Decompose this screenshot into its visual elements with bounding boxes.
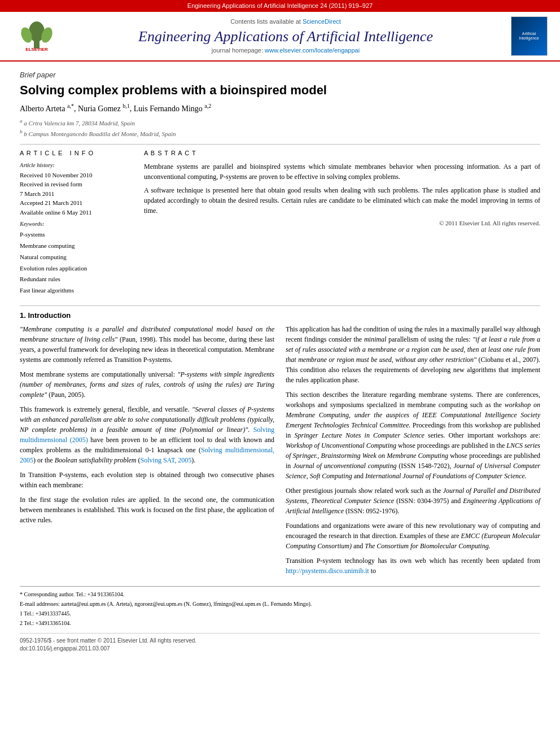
available-date: Available online 6 May 2011 [20, 208, 133, 217]
received-date: Received 10 November 2010 [20, 171, 133, 180]
history-label: Article history: [20, 161, 133, 169]
doi-line: doi:10.1016/j.engappai.2011.03.007 [20, 645, 110, 652]
article-title: Solving complex problems with a bioinspi… [20, 83, 540, 98]
journal-header-center: Contents lists available at ScienceDirec… [68, 18, 504, 55]
keywords-label: Keywords: [20, 220, 133, 228]
intro-p5: In the first stage the evolution rules a… [20, 495, 274, 525]
elsevier-logo-area: ELSEVIER [11, 19, 62, 53]
right-p4: Foundations and organizations were aware… [286, 521, 540, 551]
affiliation-b: b b Campus Montegancedo Boadilla del Mon… [20, 128, 540, 138]
journal-banner: Engineering Applications of Artificial I… [0, 0, 560, 12]
intro-p1: "Membrane computing is a parallel and di… [20, 324, 274, 365]
article-info-block: Article history: Received 10 November 20… [20, 161, 133, 296]
footnote-tel2: 2 Tel.: +34913365104. [20, 619, 540, 627]
abstract-col: A B S T R A C T Membrane systems are par… [144, 149, 540, 300]
journal-title: Engineering Applications of Artificial I… [68, 28, 504, 45]
revised-date: 7 March 2011 [20, 189, 133, 199]
contents-available-line: Contents lists available at ScienceDirec… [68, 18, 504, 26]
article-category: Brief paper [20, 70, 540, 80]
keyword-5: Redundant rules [20, 274, 133, 285]
divider-bottom [20, 305, 540, 306]
ai-journal-logo-icon: ArtificialIntelligence [511, 16, 548, 56]
body-right-col: This application has had the condition o… [286, 324, 540, 580]
footnote-corresponding: * Corresponding author. Tel.: +34 913365… [20, 590, 540, 599]
abstract-text: Membrane systems are parallel and bioins… [144, 161, 540, 216]
abstract-p2: A software technique is presented here t… [144, 185, 540, 216]
right-p5: Transition P-system technology has its o… [286, 556, 540, 576]
affiliations: a a Crtra Valencia km 7, 28034 Madrid, S… [20, 117, 540, 138]
section1-title: 1. Introduction [20, 311, 540, 321]
revised-label: Received in revised form [20, 180, 133, 189]
right-p2: This section describes the literature re… [286, 390, 540, 481]
right-p1: This application has had the condition o… [286, 324, 540, 385]
journal-header: ELSEVIER Contents lists available at Sci… [0, 12, 560, 62]
journal-banner-text: Engineering Applications of Artificial I… [187, 2, 373, 9]
article-info-abstract-row: A R T I C L E I N F O Article history: R… [20, 149, 540, 300]
page: Engineering Applications of Artificial I… [0, 0, 560, 747]
article-info-heading: A R T I C L E I N F O [20, 149, 133, 158]
body-left-col: "Membrane computing is a parallel and di… [20, 324, 274, 580]
authors-line: Alberto Arteta a,*, Nuria Gomez b,1, Lui… [20, 102, 540, 114]
accepted-date: Accepted 21 March 2011 [20, 198, 133, 208]
footnote-tel1: 1 Tel.: +34913337445. [20, 609, 540, 618]
abstract-heading: A B S T R A C T [144, 149, 540, 158]
issn-line: 0952-1976/$ - see front matter © 2011 El… [20, 637, 196, 644]
article-info-col: A R T I C L E I N F O Article history: R… [20, 149, 133, 300]
elsevier-logo-icon: ELSEVIER [14, 19, 59, 53]
divider-top [20, 144, 540, 145]
keyword-1: P-systems [20, 229, 133, 241]
intro-p4: In Transition P-systems, each evolution … [20, 470, 274, 490]
svg-text:ELSEVIER: ELSEVIER [25, 47, 48, 52]
right-p3: Other prestigious journals show related … [286, 486, 540, 516]
keyword-4: Evolution rules application [20, 263, 133, 274]
keywords-list: P-systems Membrane computing Natural com… [20, 229, 133, 296]
main-content: Brief paper Solving complex problems wit… [0, 62, 560, 664]
article-history-group: Article history: Received 10 November 20… [20, 161, 133, 217]
keyword-2: Membrane computing [20, 241, 133, 252]
keyword-3: Natural computing [20, 252, 133, 263]
intro-p3: This framework is extremely general, fle… [20, 404, 274, 465]
affiliation-a: a a Crtra Valencia km 7, 28034 Madrid, S… [20, 117, 540, 128]
journal-homepage: journal homepage: www.elsevier.com/locat… [68, 46, 504, 55]
keyword-6: Fast linear algorithms [20, 285, 133, 296]
footnotes: * Corresponding author. Tel.: +34 913365… [20, 586, 540, 627]
footnote-email: E-mail addresses: aarteta@eui.upm.es (A.… [20, 600, 540, 608]
copyright-line: © 2011 Elsevier Ltd. All rights reserved… [144, 219, 540, 228]
bottom-bar: 0952-1976/$ - see front matter © 2011 El… [20, 633, 540, 653]
keywords-group: Keywords: P-systems Membrane computing N… [20, 220, 133, 296]
sciencedirect-link[interactable]: ScienceDirect [303, 18, 341, 25]
journal-homepage-link[interactable]: www.elsevier.com/locate/engappai [265, 47, 360, 54]
abstract-p1: Membrane systems are parallel and bioins… [144, 161, 540, 182]
ai-logo-area: ArtificialIntelligence [509, 16, 549, 56]
body-two-col: "Membrane computing is a parallel and di… [20, 324, 540, 580]
intro-p2: Most membrane systems are computationall… [20, 369, 274, 400]
